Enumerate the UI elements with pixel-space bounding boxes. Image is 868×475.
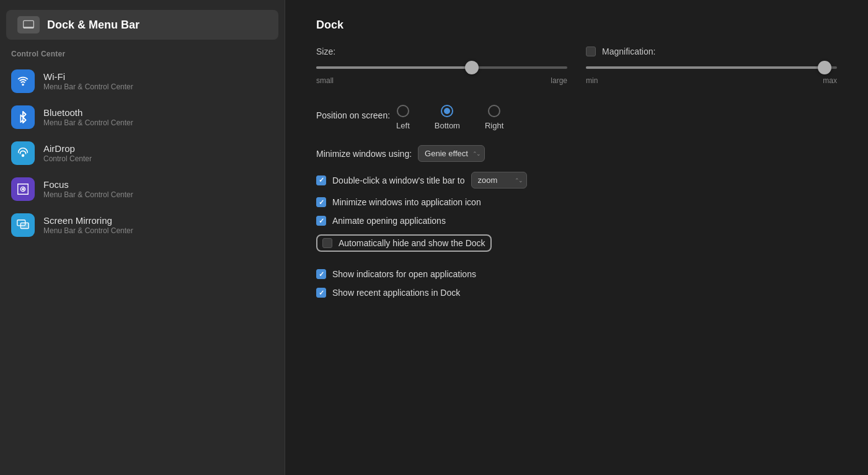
radio-left[interactable] [397,105,409,117]
bluetooth-text: Bluetooth Menu Bar & Control Center [43,107,133,127]
minimize-select-wrapper[interactable]: Genie effect Scale effect [418,145,485,162]
position-bottom[interactable]: Bottom [435,105,460,130]
airdrop-icon [11,141,35,165]
size-min-label: small [316,76,334,85]
animate-row: Animate opening applications [316,216,837,226]
double-click-row: Double-click a window's title bar to zoo… [316,172,837,189]
position-left-label: Left [396,121,410,130]
wifi-text: Wi-Fi Menu Bar & Control Center [43,71,133,91]
zoom-select[interactable]: zoom minimize fill [471,172,527,189]
autohide-checkbox[interactable] [322,238,332,248]
wifi-icon [11,69,35,93]
main-content: Dock Size: small large Magnification: [285,0,868,475]
position-section: Position on screen: Left Bottom Right [316,100,837,130]
minimize-select[interactable]: Genie effect Scale effect [418,145,485,162]
indicators-label: Show indicators for open applications [332,269,476,279]
svg-rect-6 [20,223,29,228]
size-label: Size: [316,47,335,56]
size-slider-col: Size: small large [316,47,567,85]
magnification-label: Magnification: [602,47,655,56]
animate-label: Animate opening applications [332,216,446,226]
sidebar-item-wifi[interactable]: Wi-Fi Menu Bar & Control Center [0,63,285,99]
position-right-label: Right [485,121,503,130]
airdrop-text: AirDrop Control Center [43,143,92,163]
indicators-checkbox[interactable] [316,269,326,279]
svg-point-3 [22,188,24,190]
minimize-icon-row: Minimize windows into application icon [316,197,837,207]
sidebar-item-airdrop[interactable]: AirDrop Control Center [0,135,285,171]
sidebar-header-title: Dock & Menu Bar [47,19,140,32]
sidebar: Dock & Menu Bar Control Center Wi-Fi Men… [0,0,285,475]
magnification-thumb[interactable] [818,61,831,74]
size-thumb[interactable] [465,61,479,74]
screen-mirroring-icon [11,213,35,237]
sidebar-header-dock-menu-bar[interactable]: Dock & Menu Bar [6,10,278,40]
focus-text: Focus Menu Bar & Control Center [43,179,133,199]
size-max-label: large [551,76,567,85]
recent-checkbox[interactable] [316,288,326,298]
autohide-highlight-wrapper: Automatically hide and show the Dock [316,234,837,260]
zoom-select-wrapper[interactable]: zoom minimize fill [471,172,527,189]
minimize-label: Minimize windows using: [316,149,412,159]
mag-min-label: min [586,76,598,85]
double-click-checkbox[interactable] [316,175,326,185]
mag-max-label: max [823,76,837,85]
position-right[interactable]: Right [485,105,503,130]
position-label: Position on screen: [316,110,390,120]
magnification-slider[interactable] [586,61,837,74]
radio-right[interactable] [488,105,500,117]
indicators-row: Show indicators for open applications [316,269,837,279]
focus-icon [11,177,35,201]
magnification-checkbox[interactable] [586,47,596,56]
page-title: Dock [316,19,837,32]
double-click-label: Double-click a window's title bar to [332,175,465,185]
recent-row: Show recent applications in Dock [316,288,837,298]
position-bottom-label: Bottom [435,121,460,130]
screen-mirroring-text: Screen Mirroring Menu Bar & Control Cent… [43,215,133,235]
recent-label: Show recent applications in Dock [332,288,460,298]
sliders-area: Size: small large Magnification: [316,47,837,85]
minimize-icon-checkbox[interactable] [316,197,326,207]
autohide-highlight-box: Automatically hide and show the Dock [316,234,492,252]
svg-rect-1 [24,27,34,29]
position-options: Left Bottom Right [396,105,503,130]
position-left[interactable]: Left [396,105,410,130]
size-slider[interactable] [316,61,567,74]
sidebar-item-focus[interactable]: Focus Menu Bar & Control Center [0,171,285,207]
sidebar-item-bluetooth[interactable]: Bluetooth Menu Bar & Control Center [0,99,285,135]
control-center-section-label: Control Center [0,50,285,63]
minimize-row: Minimize windows using: Genie effect Sca… [316,145,837,162]
magnification-slider-col: Magnification: min max [586,47,837,85]
svg-point-2 [22,154,25,157]
sidebar-item-screen-mirroring[interactable]: Screen Mirroring Menu Bar & Control Cent… [0,207,285,243]
animate-checkbox[interactable] [316,216,326,226]
radio-bottom[interactable] [441,105,453,117]
dock-menu-bar-icon [17,16,40,33]
svg-rect-0 [24,20,34,28]
bluetooth-icon [11,105,35,129]
autohide-label: Automatically hide and show the Dock [339,238,485,248]
minimize-icon-label: Minimize windows into application icon [332,197,481,207]
